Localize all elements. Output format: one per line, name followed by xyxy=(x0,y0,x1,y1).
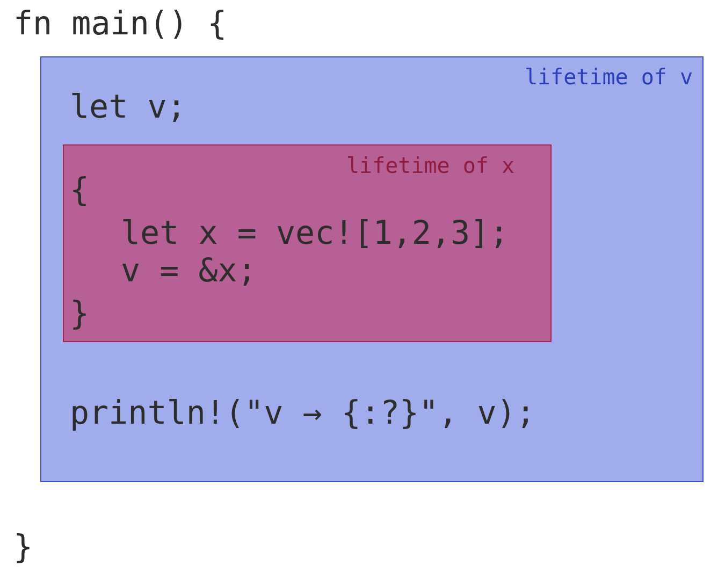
code-line-close-brace: } xyxy=(70,295,89,331)
code-line-println: println!("v → {:?}", v); xyxy=(70,395,535,430)
code-line-v-assign: v = &x; xyxy=(121,252,257,288)
code-line-let-x: let x = vec![1,2,3]; xyxy=(121,215,509,250)
code-line-end-brace: } xyxy=(13,529,33,564)
diagram-canvas: lifetime of v lifetime of x fn main() { … xyxy=(0,0,725,588)
code-line-open-brace: { xyxy=(70,172,89,207)
lifetime-x-label: lifetime of x xyxy=(346,153,514,178)
code-line-fn-main: fn main() { xyxy=(13,5,227,41)
code-line-let-v: let v; xyxy=(70,89,186,124)
lifetime-v-label: lifetime of v xyxy=(525,64,693,89)
